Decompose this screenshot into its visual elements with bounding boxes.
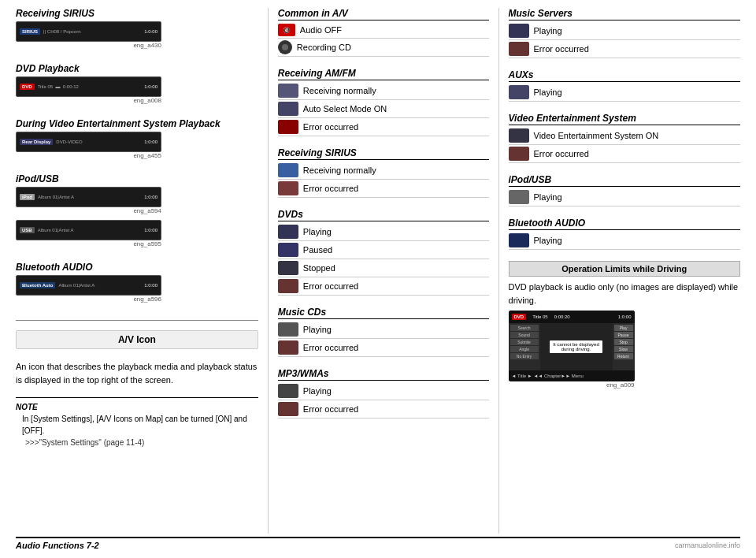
note-ref: >>>"System Settings" (page 11-4)	[16, 437, 258, 448]
am-normal-icon	[278, 84, 298, 98]
dvd-btn-play[interactable]: Play	[614, 325, 633, 331]
av-icon-box: A/V Icon	[16, 330, 258, 349]
section-title-ipod3: iPod/USB	[509, 174, 740, 187]
dvd-btn-noentry[interactable]: No Entry	[510, 353, 539, 359]
section-ves: Video Entertainment System Video Enterta…	[509, 113, 740, 163]
dvd-screen-clock: 1:0:00	[618, 314, 632, 319]
footer-page-label: Audio Functions 7-2	[16, 541, 99, 550]
column-2: Common in A/V 🔇 Audio OFF Recording CD R…	[278, 8, 489, 534]
usb-screen-mock: USB Album 01|Artist A 1:0:00	[16, 220, 161, 240]
bt-time: 1:0:00	[144, 283, 158, 288]
cd-playing-icon	[278, 322, 298, 337]
dvd-btn-angle[interactable]: Angle	[510, 346, 539, 352]
section-music-cds: Music CDs Playing Error occurred	[278, 307, 489, 357]
section-title-sirius2: Receiving SIRIUS	[278, 147, 489, 160]
ves-on-icon	[509, 128, 529, 143]
sirius-screen: SIRIUS || CH08 / Popcorn 1:0:00	[16, 21, 161, 42]
dvd-sidebar-left: Search Sound Subtitle Angle No Entry	[509, 323, 540, 370]
status-dvd-paused: Paused	[278, 241, 489, 259]
section-ipod-usb: iPod/USB iPod Album 01|Artist A 1:0:00 e…	[16, 173, 258, 251]
status-dvd-stopped: Stopped	[278, 259, 489, 277]
dvd-btn-return[interactable]: Return	[614, 353, 633, 359]
section-bt-audio: Bluetooth AUDIO Bluetoth Auto Album 01|A…	[16, 262, 258, 306]
section-title-common: Common in A/V	[278, 8, 489, 20]
ipod-info: Album 01|Artist A	[38, 195, 74, 199]
dvd-btn-pause[interactable]: Pause	[614, 332, 633, 338]
status-mp3-playing: Playing	[278, 382, 489, 400]
dvd-screen-mock: DVD Title 05 ▬ 0:00:12 1:0:00	[16, 76, 161, 97]
dvd-btn-slow[interactable]: Slow	[614, 346, 633, 352]
dvd-screen-body: Search Sound Subtitle Angle No Entry It …	[509, 323, 635, 370]
video-screen-mock: Rear Display DVD-VIDEO 1:0:00	[16, 132, 161, 152]
dvd-buttons-right: Play Pause Stop Slow Return	[613, 323, 635, 370]
dvd-screen-brand: DVD	[512, 314, 527, 320]
dvd-caption: eng_a008	[133, 97, 161, 104]
section-title-sirius: Receiving SIRIUS	[16, 8, 258, 19]
status-aux-playing: Playing	[509, 84, 740, 102]
section-title-dvd: DVD Playback	[16, 63, 258, 74]
op-limits-desc: DVD playback is audio only (no images ar…	[509, 281, 740, 307]
bt-playing-label: Playing	[534, 236, 562, 245]
dvd-btn-stop[interactable]: Stop	[614, 339, 633, 345]
divider-av	[16, 320, 258, 321]
col-divider-1	[268, 8, 269, 534]
section-title-dvds: DVDs	[278, 209, 489, 221]
mp3-error-label: Error occurred	[303, 404, 358, 414]
page: Receiving SIRIUS SIRIUS || CH08 / Popcor…	[0, 0, 756, 558]
status-audio-off: 🔇 Audio OFF	[278, 22, 489, 39]
cd-error-label: Error occurred	[303, 343, 358, 352]
section-mp3: MP3/WMAs Playing Error occurred	[278, 368, 489, 418]
dvd-main-area: It cannot be displayedduring driving.	[540, 323, 613, 370]
dvd-btn-sound[interactable]: Sound	[510, 332, 539, 338]
footer-website: carmanualonline.info	[675, 541, 740, 549]
usb-time: 1:0:00	[144, 228, 158, 232]
dvd-playing-label: Playing	[303, 227, 332, 236]
video-time: 1:0:00	[144, 140, 158, 144]
video-brand: Rear Display	[20, 139, 53, 145]
section-receiving-sirius: Receiving SIRIUS SIRIUS || CH08 / Popcor…	[16, 8, 258, 52]
status-dvd-error: Error occurred	[278, 277, 489, 296]
dvd-paused-icon	[278, 243, 298, 257]
section-title-ves: Video Entertainment System	[509, 113, 740, 125]
section-title-servers: Music Servers	[509, 8, 740, 20]
recording-cd-label: Recording CD	[297, 43, 351, 52]
dvd-screen-caption: eng_a009	[606, 381, 635, 389]
dvd-time: 1:0:00	[144, 84, 158, 89]
mp3-error-icon	[278, 402, 298, 416]
am-error-icon	[278, 120, 298, 134]
dvd-btn-subtitle[interactable]: Subtitle	[510, 339, 539, 345]
dvd-btn-search[interactable]: Search	[510, 325, 539, 331]
status-bt-playing: Playing	[509, 232, 740, 250]
section-during-video: During Video Entertainment System Playba…	[16, 118, 258, 162]
status-sirius-error: Error occurred	[278, 180, 489, 198]
status-srv-playing: Playing	[509, 22, 740, 40]
status-ves-on: Video Entertainment System ON	[509, 127, 740, 145]
status-cd-playing: Playing	[278, 321, 489, 339]
section-am-fm: Receiving AM/FM Receiving normally Auto …	[278, 68, 489, 136]
section-title-bt3: Bluetooth AUDIO	[509, 218, 740, 230]
status-recording-cd: Recording CD	[278, 39, 489, 57]
ipod-caption2: eng_a595	[133, 240, 161, 247]
dvd-top-bar: DVD Title 05 0:00:20 1:0:00	[509, 311, 635, 323]
status-cd-error: Error occurred	[278, 339, 489, 357]
dvd-stopped-label: Stopped	[303, 263, 335, 273]
bt-caption: eng_a596	[133, 296, 161, 303]
content-area: Receiving SIRIUS SIRIUS || CH08 / Popcor…	[16, 8, 740, 534]
dvd-paused-label: Paused	[303, 245, 332, 255]
section-title-cds: Music CDs	[278, 307, 489, 319]
audio-off-icon: 🔇	[278, 24, 295, 36]
status-ipod-playing: Playing	[509, 188, 740, 206]
section-bt-col3: Bluetooth AUDIO Playing	[509, 218, 740, 250]
dvd-nav-controls: ◄ Title ► ◄◄ Chapter►► Menu	[512, 374, 584, 378]
am-normal-label: Receiving normally	[303, 86, 376, 95]
ipod-screen-mock: iPod Album 01|Artist A 1:0:00	[16, 187, 161, 207]
srv-error-icon	[509, 42, 529, 56]
ves-error-icon	[509, 147, 529, 161]
dvd-stopped-icon	[278, 261, 298, 275]
ipod-brand: iPod	[20, 194, 35, 200]
status-ves-error: Error occurred	[509, 145, 740, 163]
sirius-brand: SIRIUS	[20, 28, 40, 35]
dvd-screen-title: Title 05	[532, 314, 547, 319]
bt-brand: Bluetoth Auto	[20, 282, 55, 288]
dvd-playing-icon	[278, 225, 298, 239]
